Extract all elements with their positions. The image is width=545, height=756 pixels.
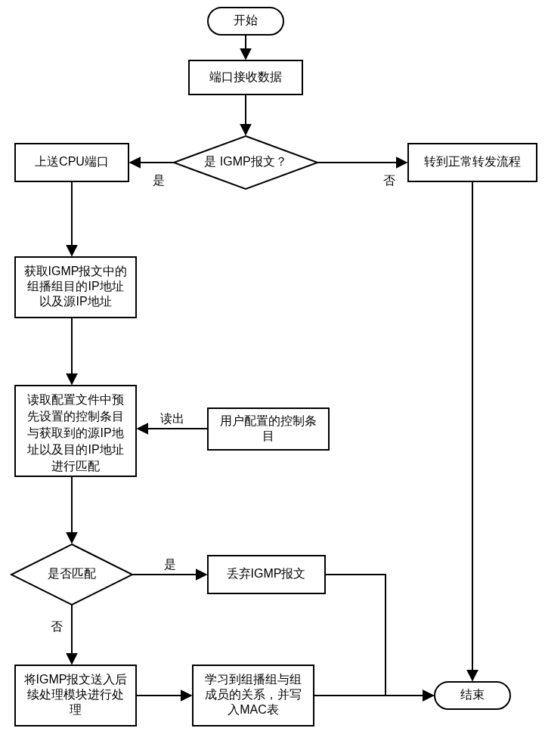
usercfg-l2: 目 (262, 429, 274, 442)
edge-isigmp-cpu-label: 是 (153, 174, 165, 187)
postproc-l2: 续处理模块进行处 (27, 688, 124, 701)
usercfg-l1: 用户配置的控制条 (220, 414, 317, 427)
match-label: 是否匹配 (48, 567, 96, 580)
recv-label: 端口接收数据 (209, 70, 282, 83)
postproc-l1: 将IGMP报文送入后 (23, 673, 128, 686)
learn-l1: 学习到组播组与组 (205, 673, 302, 686)
node-learn: 学习到组播组与组 成员的关系，并写 入MAC表 (193, 665, 314, 726)
node-discard: 丢弃IGMP报文 (208, 556, 325, 593)
readcfg-l2: 先设置的控制条目 (27, 410, 124, 423)
edge-isigmp-normal-label: 否 (383, 174, 395, 187)
node-getip: 获取IGMP报文中的 组播组目的IP地址 以及源IP地址 (15, 257, 136, 318)
node-isigmp: 是 IGMP报文？ (174, 136, 317, 189)
flowchart: 开始 端口接收数据 是 IGMP报文？ 是 上送CPU端口 否 转到正常转发流程… (0, 0, 545, 756)
edge-discard-end (325, 575, 433, 696)
tocpu-label: 上送CPU端口 (35, 155, 109, 168)
node-start: 开始 (208, 8, 283, 35)
getip-l2: 组播组目的IP地址 (27, 280, 123, 293)
node-match: 是否匹配 (11, 544, 132, 605)
node-readcfg: 读取配置文件中预 先设置的控制条目 与获取到的源IP地 址以及目的IP地址 进行… (15, 386, 136, 476)
edge-match-discard-label: 是 (164, 558, 176, 571)
node-usercfg: 用户配置的控制条 目 (208, 408, 329, 450)
normal-label: 转到正常转发流程 (424, 155, 521, 168)
node-tocpu: 上送CPU端口 (15, 144, 129, 181)
learn-l2: 成员的关系，并写 (205, 688, 302, 701)
discard-label: 丢弃IGMP报文 (227, 567, 306, 580)
node-normal: 转到正常转发流程 (408, 144, 537, 181)
end-label: 结束 (460, 688, 485, 701)
node-recv: 端口接收数据 (189, 60, 302, 94)
node-postproc: 将IGMP报文送入后 续处理模块进行处 理 (15, 665, 136, 726)
edge-match-postproc-label: 否 (51, 620, 63, 633)
start-label: 开始 (234, 14, 258, 26)
readcfg-l5: 进行匹配 (51, 460, 100, 472)
node-end: 结束 (435, 682, 510, 709)
getip-l1: 获取IGMP报文中的 (24, 265, 128, 277)
readcfg-l1: 读取配置文件中预 (27, 393, 124, 406)
learn-l3: 入MAC表 (228, 703, 279, 716)
getip-l3: 以及源IP地址 (39, 295, 111, 308)
readcfg-l3: 与获取到的源IP地 (27, 426, 123, 439)
readcfg-l4: 址以及目的IP地址 (26, 443, 123, 456)
isigmp-label: 是 IGMP报文？ (204, 155, 286, 168)
edge-usercfg-readcfg-label: 读出 (160, 412, 184, 425)
postproc-l3: 理 (70, 703, 82, 716)
